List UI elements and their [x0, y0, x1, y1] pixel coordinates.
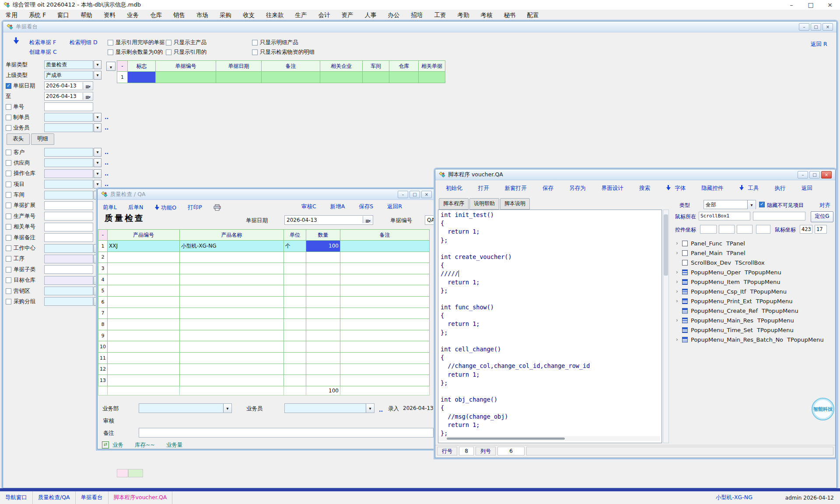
note-input[interactable] [139, 428, 434, 438]
mouse-y-field[interactable]: 17 [815, 225, 827, 234]
minimize-button[interactable]: – [785, 0, 798, 9]
salesman-select[interactable] [44, 123, 93, 132]
filter-checkbox[interactable]: 显示引用完毕的单据 [108, 39, 165, 46]
tree-item[interactable]: › PopupMenu_Create_Ref TPopupMenu [676, 306, 832, 315]
maximize-button[interactable]: □ [811, 23, 821, 31]
vertical-scrollbar[interactable] [663, 210, 669, 443]
checkbox[interactable] [6, 192, 11, 198]
chevron-right-icon[interactable]: › [676, 288, 681, 294]
qa-no-input[interactable]: QA [425, 215, 436, 225]
dropdown-icon[interactable] [747, 200, 756, 209]
ctrl-y2-field[interactable] [756, 225, 770, 234]
align-link[interactable]: 对齐 [819, 202, 830, 209]
browse-icon[interactable] [105, 159, 108, 166]
browse-icon[interactable] [105, 181, 108, 187]
filter-field[interactable] [44, 191, 93, 200]
filter-field[interactable] [44, 201, 93, 210]
minimize-button[interactable]: – [799, 23, 809, 31]
search-detail-link[interactable]: 检索明细 D [70, 39, 98, 46]
code-line[interactable]: { [441, 404, 662, 412]
printer-icon[interactable] [214, 204, 221, 211]
menu-item[interactable]: 办公 [382, 11, 406, 19]
tab[interactable]: 明细 [31, 133, 54, 145]
code-line[interactable]: return 1; [441, 320, 662, 328]
browse-icon[interactable] [105, 149, 108, 155]
taskbar-item[interactable]: 脚本程序voucher.QA [108, 491, 173, 504]
tree-item[interactable]: › Panel_Main TPanel [676, 248, 832, 258]
tab[interactable]: 说明帮助 [469, 198, 499, 210]
close-button[interactable]: × [823, 0, 836, 9]
code-line[interactable]: }; [441, 287, 662, 295]
dropdown-icon[interactable] [223, 404, 231, 413]
next-doc-link[interactable]: 后单N [128, 204, 143, 211]
code-editor[interactable]: int init_test(){ return 1;};int create_v… [438, 210, 662, 443]
business-icon[interactable] [102, 441, 109, 448]
table-header[interactable]: -标志 单据编号单据日期 备注相关企业 车间仓库 相关单据 [117, 61, 445, 72]
checkbox[interactable] [108, 49, 113, 55]
menu-item[interactable]: 常用 [0, 11, 23, 19]
menu-item[interactable]: 市场 [191, 11, 214, 19]
maximize-button[interactable]: □ [410, 191, 420, 198]
menu-item[interactable]: 考核 [475, 11, 498, 19]
filter-field[interactable] [44, 276, 93, 285]
code-line[interactable]: int init_test() [441, 211, 662, 219]
toolbar-link[interactable]: 隐藏控件 [701, 185, 723, 191]
checkbox[interactable] [6, 267, 11, 273]
dropdown-icon[interactable] [94, 169, 102, 178]
qa-table-row[interactable]: 5 [98, 285, 430, 297]
close-button[interactable]: × [821, 171, 832, 178]
maker-checkbox[interactable] [6, 115, 11, 120]
chevron-right-icon[interactable]: › [676, 250, 681, 256]
menu-item[interactable]: 招培 [406, 11, 429, 19]
date-from-input[interactable]: 2026-04-13 [44, 81, 93, 90]
doc-no-checkbox[interactable] [6, 104, 11, 110]
code-line[interactable]: int create_voucher() [441, 253, 662, 261]
mouse-at-field[interactable]: ScrollBox1 [699, 212, 750, 220]
scrollbar-thumb[interactable] [447, 438, 565, 440]
tab[interactable]: 表头 [7, 133, 30, 145]
qa-table-row[interactable]: 8 [98, 319, 430, 330]
checkbox[interactable] [252, 40, 258, 46]
toolbar-link[interactable]: 保存S [359, 203, 373, 210]
menu-item[interactable]: 资料 [98, 11, 121, 19]
toolbar-link[interactable]: 新窗打开 [505, 185, 527, 191]
func-link[interactable]: 功能O [161, 204, 176, 211]
checkbox[interactable] [6, 235, 11, 241]
dropdown-icon[interactable] [94, 123, 102, 132]
browse-icon[interactable] [105, 114, 108, 120]
code-line[interactable]: }; [441, 236, 662, 245]
close-button[interactable]: × [421, 191, 432, 198]
bottom-link[interactable]: 业务量 [166, 441, 183, 449]
tree-item[interactable]: › PopupMenu_Time_Set TPopupMenu [676, 325, 832, 335]
ctrl-x2-field[interactable] [737, 225, 752, 234]
locate-button[interactable]: 定位G [811, 211, 833, 222]
toolbar-link[interactable]: 新增A [330, 203, 345, 210]
minimize-button[interactable]: – [798, 171, 808, 178]
dropdown-icon[interactable] [94, 148, 102, 157]
prev-doc-link[interactable]: 前单L [103, 204, 117, 211]
filter-field[interactable] [44, 287, 93, 295]
back-link[interactable]: 返回 R [811, 41, 827, 48]
menu-item[interactable]: 生产 [290, 11, 313, 19]
filter-field[interactable] [44, 297, 93, 306]
menu-item[interactable]: 考勤 [452, 11, 475, 19]
salesman-checkbox[interactable] [6, 125, 11, 131]
code-line[interactable]: ///// [441, 270, 662, 278]
code-line[interactable]: return 1; [441, 371, 662, 379]
toolbar-item[interactable]: 新窗打开 [505, 183, 527, 192]
qa-table-row[interactable]: 13 [98, 375, 430, 386]
search-doc-link[interactable]: 检索单据 F [29, 39, 56, 46]
doc-type-select[interactable]: 质量检查 [44, 60, 93, 69]
script-titlebar[interactable]: 脚本程序 voucher.QA – □ × [435, 169, 835, 180]
toolbar-link[interactable]: 返回 [802, 185, 812, 191]
code-line[interactable]: { [441, 261, 662, 270]
tree-item[interactable]: › ScrollBox_Dev TScrollBox [676, 258, 832, 267]
calendar-icon[interactable] [83, 82, 92, 89]
code-line[interactable] [441, 387, 662, 396]
code-line[interactable]: { [441, 354, 662, 362]
filter-checkbox[interactable]: 只显示检索物资的明细 [252, 49, 315, 56]
toolbar-link[interactable]: 初始化 [446, 185, 462, 191]
code-line[interactable]: return 1; [441, 228, 662, 236]
chevron-right-icon[interactable]: › [676, 317, 681, 323]
taskbar-item[interactable]: 单据看台 [76, 491, 108, 504]
